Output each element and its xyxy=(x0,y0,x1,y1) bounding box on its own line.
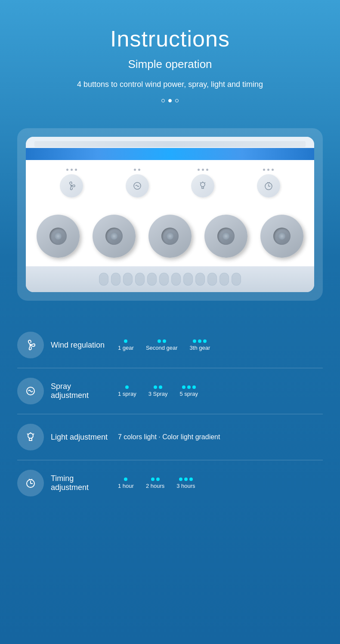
knob-inner xyxy=(105,228,123,245)
knob-center xyxy=(223,233,229,240)
feature-row-spray: Spray adjustment 1 spray 3 Spray xyxy=(17,368,323,414)
gear-dot xyxy=(151,478,155,481)
timing-gear-label-1: 1 hour xyxy=(118,483,134,489)
gear-label-1: 1 gear xyxy=(118,345,134,351)
indicator-dot-2[interactable] xyxy=(168,99,172,102)
timing-gear-dots-1 xyxy=(124,478,127,481)
knob-2[interactable] xyxy=(93,215,136,258)
timing-gears: 1 hour 2 hours 3 hours xyxy=(118,478,323,489)
timer-dots xyxy=(263,169,274,171)
gear-dots-1 xyxy=(124,339,127,343)
wind-feature-icon xyxy=(17,332,44,358)
spray-gear-label-2: 3 Spray xyxy=(148,391,168,397)
description-text: 4 buttons to control wind power, spray, … xyxy=(17,79,323,90)
light-button-group xyxy=(191,169,214,197)
svg-line-14 xyxy=(33,434,34,434)
led-strip-top xyxy=(34,141,306,147)
timing-feature-icon xyxy=(17,470,44,496)
spray-gear-1: 1 spray xyxy=(118,385,136,397)
gear-dot xyxy=(154,385,157,389)
gear-dot xyxy=(158,339,161,343)
dot xyxy=(75,169,77,171)
gear-dot xyxy=(198,339,201,343)
dot xyxy=(198,169,200,171)
spray-gear-3: 5 spray xyxy=(179,385,198,397)
gear-dot xyxy=(184,478,188,481)
gear-dot xyxy=(163,339,166,343)
knob-center xyxy=(278,233,285,240)
spray-gear-dots-3 xyxy=(182,385,196,389)
knob-inner xyxy=(217,228,235,245)
gear-dot xyxy=(125,385,129,389)
indicator-dot-1[interactable] xyxy=(161,99,165,102)
gear-item-1: 1 gear xyxy=(118,339,134,351)
spray-icon-circle[interactable] xyxy=(126,174,149,197)
knob-3[interactable] xyxy=(148,215,192,258)
feature-row-wind: Wind regulation 1 gear Second gear xyxy=(17,322,323,368)
dot xyxy=(272,169,274,171)
dot xyxy=(66,169,68,171)
gear-dot xyxy=(187,385,191,389)
timing-gear-2: 2 hours xyxy=(146,478,164,489)
dot xyxy=(267,169,269,171)
spray-feature-icon xyxy=(17,378,44,404)
timing-gear-label-2: 2 hours xyxy=(146,483,164,489)
timing-label: Timing adjustment xyxy=(51,474,111,492)
knob-5[interactable] xyxy=(260,215,303,258)
wind-label: Wind regulation xyxy=(51,341,111,350)
spray-gears: 1 spray 3 Spray 5 spray xyxy=(118,385,323,397)
spray-gear-label-3: 5 spray xyxy=(179,391,198,397)
vent-slot xyxy=(232,273,241,286)
timing-gear-3: 3 hours xyxy=(176,478,195,489)
timer-button-group xyxy=(257,169,280,197)
gear-dot xyxy=(124,339,127,343)
knob-1[interactable] xyxy=(37,215,80,258)
knob-inner xyxy=(273,228,291,245)
vent-slot xyxy=(111,273,121,286)
dot xyxy=(138,169,140,171)
wind-gears: 1 gear Second gear 3th gear xyxy=(118,339,323,351)
timing-gear-dots-2 xyxy=(151,478,160,481)
gear-dot xyxy=(179,478,182,481)
vent-slot xyxy=(171,273,181,286)
light-feature-icon xyxy=(17,424,44,450)
timing-gear-1: 1 hour xyxy=(118,478,134,489)
timing-gear-dots-3 xyxy=(179,478,193,481)
svg-point-2 xyxy=(201,182,205,187)
vent-slot xyxy=(147,273,157,286)
spray-gear-label-1: 1 spray xyxy=(118,391,136,397)
gear-dot xyxy=(189,478,193,481)
dot xyxy=(202,169,204,171)
gear-dot xyxy=(124,478,127,481)
spray-gear-dots-1 xyxy=(125,385,129,389)
svg-point-11 xyxy=(28,433,33,438)
spray-gear-dots-2 xyxy=(154,385,162,389)
svg-line-13 xyxy=(27,434,28,434)
light-icon-circle[interactable] xyxy=(191,174,214,197)
indicator-dot-3[interactable] xyxy=(175,99,179,102)
vent-slot xyxy=(219,273,229,286)
svg-line-4 xyxy=(200,182,201,183)
knob-4[interactable] xyxy=(204,215,247,258)
feature-row-light: Light adjustment 7 colors light · Color … xyxy=(17,414,323,460)
timer-icon-circle[interactable] xyxy=(257,174,280,197)
light-dots xyxy=(198,169,208,171)
spray-dots xyxy=(134,169,140,171)
svg-point-9 xyxy=(30,344,32,346)
gear-label-2: Second gear xyxy=(146,345,178,351)
vent-slot xyxy=(99,273,108,286)
gear-dots-3 xyxy=(193,339,207,343)
vent-slot xyxy=(135,273,145,286)
light-feature-text: 7 colors light · Color light gradient xyxy=(118,433,323,441)
bottom-vent xyxy=(26,266,314,292)
gear-dot xyxy=(193,339,196,343)
features-list: Wind regulation 1 gear Second gear xyxy=(13,322,327,506)
gear-item-3: 3th gear xyxy=(190,339,210,351)
dot xyxy=(206,169,208,171)
wind-icon-circle[interactable] xyxy=(60,174,83,197)
dot xyxy=(134,169,136,171)
gear-label-3: 3th gear xyxy=(190,345,210,351)
vent-slot xyxy=(123,273,133,286)
knobs-row xyxy=(26,208,314,266)
led-strip-area xyxy=(26,137,314,160)
